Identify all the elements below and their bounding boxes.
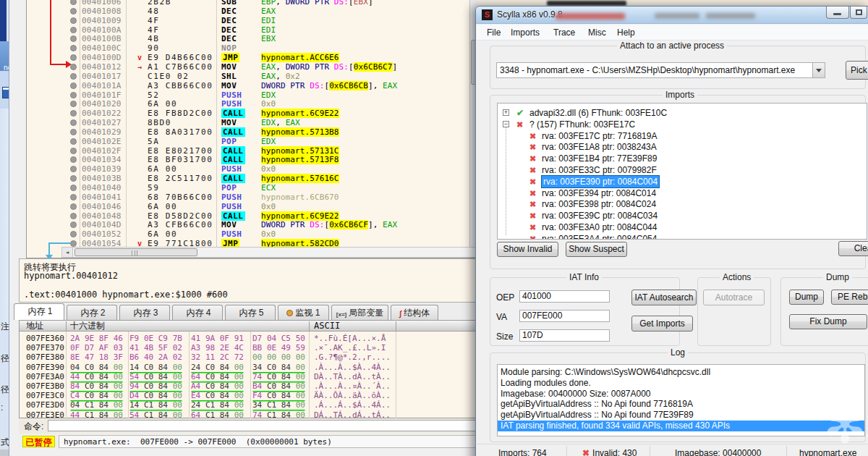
minimize-button[interactable] [826, 7, 849, 19]
tab-struct-8[interactable]: ∫结构体 [391, 305, 438, 320]
log-line[interactable]: getApiByVirtualAddress :: No Api found 7… [498, 399, 864, 410]
imports-tree[interactable]: +✔advapi32.dll (6) FThunk: 003FE10C−✖? (… [497, 103, 867, 240]
log-line[interactable]: IAT parsing finished, found 334 valid AP… [498, 421, 864, 431]
breakpoint-dot[interactable] [70, 213, 77, 219]
get-imports-button[interactable]: Get Imports [631, 316, 693, 332]
iat-field-value-va[interactable]: 007FE000 [519, 310, 610, 322]
log-line[interactable]: getApiByVirtualAddress :: No Api found 7… [498, 410, 864, 421]
disasm-row[interactable]: 00401012→A1 C7B66C00MOVEAX, DWORD PTR DS… [27, 62, 477, 72]
disasm-row[interactable]: 0040100B4BDECEBX [27, 34, 477, 43]
tab-memory-5[interactable]: 内存 5 [225, 305, 276, 320]
dump-button[interactable]: Dump [789, 290, 824, 305]
breakpoint-dot[interactable] [70, 129, 77, 135]
breakpoint-dot[interactable] [70, 175, 77, 182]
maximize-button[interactable] [850, 7, 867, 19]
tree-row[interactable]: ✖rva: 003FE17C ptr: 7716819A [498, 130, 867, 142]
scroll-left-icon[interactable]: ◄ [62, 248, 73, 257]
disasm-row[interactable]: 004010278BD0MOVEDX, EAX [27, 118, 477, 127]
disasm-row[interactable]: 0040102FE8 E8021700CALLhypnomart.57131C [27, 146, 477, 156]
hex-dump-row[interactable]: 007FE3C0C4 C0 84 00D4 C0 84 00E4 C0 84 0… [20, 391, 485, 400]
iat-field-value-oep[interactable]: 401000 [519, 290, 610, 303]
hex-dump-row[interactable]: 007FE3808E 47 18 3FB6 40 2A 0232 11 2C 7… [20, 352, 485, 362]
log-line[interactable]: Loading modules done. [498, 378, 864, 389]
breakpoint-dot[interactable] [70, 17, 77, 24]
tree-row[interactable]: ✖rva: 003FE3A0 ptr: 0084C044 [498, 221, 867, 233]
breakpoint-dot[interactable] [70, 27, 77, 33]
tree-row[interactable]: ✖rva: 003FE39C ptr: 0084C034 [498, 210, 867, 221]
disasm-row[interactable]: 0040100848DECEAX [27, 7, 477, 16]
clear-button[interactable]: Clear [838, 241, 868, 256]
disasm-row[interactable]: 004010466A 00PUSH0x0 [27, 202, 477, 211]
breakpoint-dot[interactable] [70, 110, 77, 117]
disasm-row[interactable]: 00401048E8 D58D2C00CALLhypnomart.6C9E22 [27, 211, 477, 221]
breakpoint-dot[interactable] [70, 156, 77, 163]
breakpoint-dot[interactable] [70, 240, 77, 247]
tree-row[interactable]: ✖rva: 003FE1B4 ptr: 77E39F89 [498, 153, 867, 164]
title-bar[interactable]: S Scylla x86 v0.9.8 [476, 7, 868, 24]
iat-autosearch-button[interactable]: IAT Autosearch [631, 290, 697, 305]
breakpoint-dot[interactable] [70, 101, 77, 107]
disasm-row[interactable]: 0040102E5APOPEDX [27, 137, 477, 146]
hex-dump-row[interactable]: 007FE3A044 C0 84 0054 C0 84 0064 C0 84 0… [20, 372, 485, 381]
disassembly-hscrollbar[interactable]: ◄ [61, 247, 478, 258]
disasm-row[interactable]: 0040101AA3 CBB66C00MOVDWORD PTR DS:[0x6C… [27, 81, 477, 90]
disasm-row[interactable]: 0040104059POPECX [27, 183, 477, 193]
disasm-row[interactable]: 0040100A4FDECEDI [27, 25, 477, 35]
disasm-row[interactable]: 00401017C1E0 02SHLEAX, 0x2 [27, 72, 477, 81]
tree-row[interactable]: ✖rva: 003FE3A4 ptr: 0084C054 [498, 233, 867, 240]
tree-row[interactable]: −✖? (157) FThunk: 003FE17C [498, 119, 867, 130]
log-line[interactable]: Imagebase: 00400000 Size: 0087A000 [498, 389, 864, 400]
hex-dump-row[interactable]: 007FE3700F D7 AF 0341 4B 5F 02A3 98 2E 4… [20, 343, 485, 352]
breakpoint-dot[interactable] [70, 83, 77, 89]
disasm-row[interactable]: 0040104168 70B66C00PUSHhypnomart.6CB670 [27, 193, 477, 202]
disasm-row[interactable]: 00401054vE9 771C1800JMPhypnomart.582CD0 [27, 239, 477, 247]
tree-row[interactable]: +✔advapi32.dll (6) FThunk: 003FE10C [498, 107, 867, 119]
menu-item-imports[interactable]: Imports [506, 25, 544, 41]
tab-watch-6[interactable]: 监视 1 [278, 305, 329, 320]
disasm-row[interactable]: 004010396A 00PUSH0x0 [27, 164, 477, 174]
show-invalid-button[interactable]: Show Invalid [497, 242, 558, 257]
breakpoint-dot[interactable] [70, 203, 77, 210]
breakpoint-dot[interactable] [70, 0, 77, 5]
hex-dump-row[interactable]: 007FE3D004 C1 84 0014 C1 84 0024 C1 84 0… [20, 400, 485, 410]
menu-item-trace[interactable]: Trace [549, 25, 579, 41]
fix-dump-button[interactable]: Fix Dump [789, 314, 867, 329]
log-box[interactable]: Module parsing: C:\Windows\SysWOW64\dhcp… [497, 364, 865, 436]
menu-item-help[interactable]: Help [613, 25, 639, 41]
iat-field-value-size[interactable]: 107D [519, 329, 610, 342]
disasm-row[interactable]: 0040104DA3 CFB66C00MOVDWORD PTR DS:[0x6C… [27, 220, 477, 229]
disasm-row[interactable]: 0040100DvE9 D4B66C00JMPhypnomart.ACC6E6 [27, 53, 477, 62]
hex-dump-row[interactable]: 007FE3602A 9E 8F 46F9 0E C9 7B41 9A 0F 9… [20, 334, 485, 343]
breakpoint-dot[interactable] [70, 166, 77, 172]
disasm-row[interactable]: 004010062B2BSUBEBP, DWORD PTR DS:[EBX] [27, 0, 477, 7]
hex-dump-panel[interactable]: 地址 十六进制 ASCII 007FE3602A 9E 8F 46F9 0E C… [19, 320, 486, 418]
breakpoint-dot[interactable] [70, 54, 77, 61]
show-suspect-button[interactable]: Show Suspect [566, 242, 627, 257]
breakpoint-dot[interactable] [70, 8, 77, 14]
disasm-row[interactable]: 0040103BE8 2C511700CALLhypnomart.57616C [27, 174, 477, 183]
disassembly-panel[interactable]: 004010062B2BSUBEBP, DWORD PTR DS:[EBX]00… [26, 0, 478, 258]
menu-item-misc[interactable]: Misc [584, 25, 610, 41]
breakpoint-dot[interactable] [70, 119, 77, 126]
disasm-row[interactable]: 0040100C90NOP [27, 43, 477, 53]
breakpoint-dot[interactable] [70, 138, 77, 145]
disasm-row[interactable]: 004010526A 00PUSH0x0 [27, 229, 477, 239]
expand-icon[interactable]: + [503, 109, 509, 116]
chevron-down-icon[interactable] [812, 63, 825, 77]
tree-row[interactable]: ✖rva: 003FE394 ptr: 0084C014 [498, 187, 867, 199]
breakpoint-dot[interactable] [70, 73, 77, 80]
breakpoint-dot[interactable] [70, 185, 77, 191]
breakpoint-dot[interactable] [70, 92, 77, 98]
tab-locals-7[interactable]: [x=]局部变量 [331, 305, 388, 320]
breakpoint-dot[interactable] [70, 148, 77, 154]
breakpoint-dot[interactable] [70, 194, 77, 200]
disasm-row[interactable]: 00401029E8 8A031700CALLhypnomart.5713B8 [27, 127, 477, 137]
tab-memory-2[interactable]: 内存 2 [67, 305, 117, 320]
breakpoint-dot[interactable] [70, 35, 77, 42]
breakpoint-dot[interactable] [70, 45, 77, 51]
pick-dll-button[interactable]: Pick DLL [846, 61, 868, 80]
disasm-row[interactable]: 00401022E8 FB8D2C00CALLhypnomart.6C9E22 [27, 109, 477, 118]
tab-memory-3[interactable]: 内存 3 [119, 305, 170, 320]
process-combobox[interactable]: 3348 - hypnomart.exe - C:\Users\MZSHp\De… [496, 62, 825, 78]
tree-row[interactable]: ✖rva: 003FE390 ptr: 0084C004 [498, 176, 867, 187]
